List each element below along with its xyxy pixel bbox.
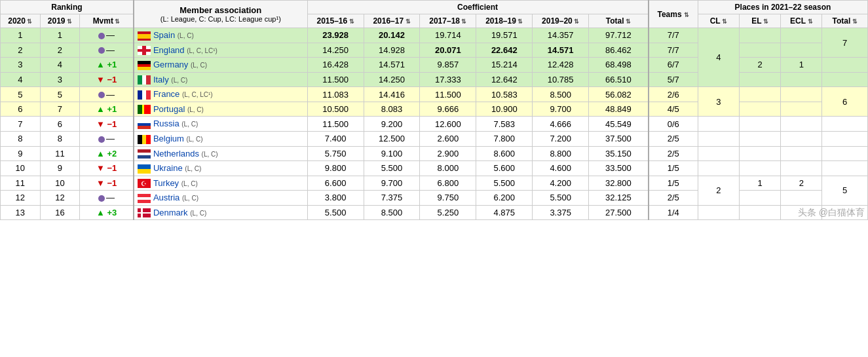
mvmt-cell: ▲ +2 (80, 146, 134, 161)
total-cell: 97.712 (589, 28, 649, 43)
y1819-cell: 7.800 (476, 131, 533, 146)
rank2019-cell: 10 (40, 176, 80, 191)
teams-label: Teams (657, 10, 681, 19)
y1819-cell: 12.642 (476, 72, 533, 87)
country-link[interactable]: Spain (153, 30, 175, 40)
country-link[interactable]: Netherlands (153, 149, 199, 159)
y1516-cell: 5.750 (307, 146, 364, 161)
country-link[interactable]: Belgium (153, 134, 184, 143)
flag-england (138, 46, 151, 55)
y1516-cell: 7.400 (307, 131, 364, 146)
y1819-cell: 10.900 (476, 102, 533, 117)
places-total-header: Total (822, 14, 868, 28)
el-cell: 2 (740, 58, 781, 73)
rank2019-cell: 11 (40, 146, 80, 161)
y1819-cell: 6.200 (476, 191, 533, 206)
mvmt-cell: — (80, 28, 134, 43)
y1617-cell: 20.142 (364, 28, 420, 43)
y1819-cell: 4.875 (476, 205, 533, 220)
y1819-cell: 5.600 (476, 161, 533, 176)
ecl-cell (781, 72, 822, 87)
ecl-cell (781, 191, 822, 206)
teams-header: Teams (649, 1, 698, 28)
y1516-cell: 23.928 (307, 28, 364, 43)
el-cell (740, 102, 781, 117)
table-row: 11—Spain (L, C)23.92820.14219.71419.5711… (1, 28, 868, 43)
table-row: 88—Belgium (L, C)7.40012.5002.6007.8007.… (1, 131, 868, 146)
y1516-cell: 10.500 (307, 102, 364, 117)
mvmt-circle (98, 33, 105, 39)
coefficient-header: Coefficient (307, 1, 648, 14)
country-link[interactable]: Italy (153, 75, 169, 85)
country-link[interactable]: France (153, 89, 179, 99)
y1516-value: 23.928 (322, 30, 349, 40)
mvmt-circle (98, 92, 105, 98)
y1617-cell: 12.500 (364, 131, 420, 146)
ecl-cell (781, 205, 822, 220)
mvmt-circle (98, 195, 105, 202)
rank2019-cell: 8 (40, 131, 80, 146)
country-codes: (L, C) (181, 121, 198, 128)
y1718-cell: 6.800 (420, 176, 476, 191)
flag-portugal (138, 105, 151, 114)
ecl-cell: 2 (781, 176, 822, 191)
rank2020-cell: 13 (1, 205, 41, 220)
y1516-cell: 11.083 (307, 87, 364, 102)
el-header: EL (740, 14, 781, 28)
mvmt-cell: — (80, 87, 134, 102)
ecl-cell (781, 131, 822, 146)
country-cell: Turkey (L, C) (134, 176, 307, 191)
country-codes: (L, C) (181, 180, 198, 187)
y1718-header: 2017–18 (420, 14, 476, 28)
el-cell (740, 117, 781, 132)
teams-cell: 4/5 (649, 102, 698, 117)
y1617-cell: 7.375 (364, 191, 420, 206)
teams-cell: 2/6 (649, 87, 698, 102)
mvmt-circle (98, 47, 105, 54)
el-cell (740, 205, 781, 220)
y1920-header: 2019–20 (533, 14, 589, 28)
cl-cell (698, 146, 739, 161)
country-cell: England (L, C, LC¹) (134, 43, 307, 58)
flag-ukraine (138, 164, 151, 174)
el-cell (740, 161, 781, 176)
y1516-cell: 6.600 (307, 176, 364, 191)
y1819-cell: 19.571 (476, 28, 533, 43)
y1718-value: 20.071 (435, 45, 461, 55)
y1819-value: 22.642 (491, 45, 518, 55)
member-assoc-title: Member association (138, 5, 304, 15)
y1516-cell: 16.428 (307, 58, 364, 73)
flag-netherlands (138, 149, 151, 159)
country-cell: Russia (L, C) (134, 117, 307, 132)
country-link[interactable]: Turkey (153, 178, 179, 188)
country-link[interactable]: Denmark (153, 208, 188, 217)
rank2019-cell: 3 (40, 72, 80, 87)
rank2020-cell: 4 (1, 72, 41, 87)
total-cell: 86.462 (589, 43, 649, 58)
y1516-header: 2015–16 (307, 14, 364, 28)
country-cell: Ukraine (L, C) (134, 161, 307, 176)
country-link[interactable]: Russia (153, 119, 179, 128)
rank2019-cell: 2 (40, 43, 80, 58)
ecl-cell (781, 161, 822, 176)
table-row: 911▲ +2Netherlands (L, C)5.7509.1002.900… (1, 146, 868, 161)
total-cell: 32.125 (589, 191, 649, 206)
cl-cell (698, 161, 739, 176)
y1718-cell: 2.900 (420, 146, 476, 161)
country-link[interactable]: England (153, 45, 185, 55)
country-link[interactable]: Austria (153, 193, 179, 202)
country-link[interactable]: Ukraine (153, 163, 183, 173)
el-cell (740, 43, 781, 58)
country-link[interactable]: Germany (153, 60, 188, 69)
mvmt-arrow-down: ▼ −1 (96, 119, 117, 129)
main-table-wrapper: Ranking Member association (L: League, C… (0, 0, 868, 220)
rank2019-cell: 12 (40, 191, 80, 206)
el-cell (740, 28, 781, 43)
rank2019-cell: 6 (40, 117, 80, 132)
country-cell: Italy (L, C) (134, 72, 307, 87)
places-total-cell (822, 58, 868, 73)
table-row: 76▼ −1Russia (L, C)11.5009.20012.6007.58… (1, 117, 868, 132)
country-cell: Austria (L, C) (134, 191, 307, 206)
y1617-cell: 14.928 (364, 43, 420, 58)
country-link[interactable]: Portugal (153, 104, 185, 114)
